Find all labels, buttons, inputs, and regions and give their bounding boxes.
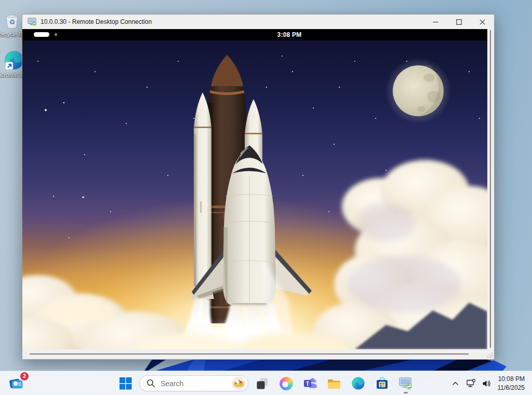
close-button[interactable] <box>471 15 494 29</box>
search-input[interactable] <box>161 379 223 388</box>
horizontal-scrollbar[interactable] <box>22 349 494 359</box>
search-box[interactable] <box>139 375 248 391</box>
edge-button[interactable] <box>348 373 368 394</box>
tray-chevron-button[interactable] <box>449 376 462 391</box>
vertical-scrollbar[interactable] <box>487 29 494 349</box>
desktop: ♻ Recycle Bin Microsoft Edge <box>0 0 532 395</box>
rdp-titlebar[interactable]: 10.0.0.30 - Remote Desktop Connection <box>22 15 494 29</box>
volume-tray-button[interactable] <box>480 376 494 391</box>
svg-text:♻: ♻ <box>9 18 15 26</box>
taskbar: 2 <box>0 371 532 395</box>
task-view-button[interactable] <box>252 373 272 394</box>
remote-clock: 3:08 PM <box>271 31 308 38</box>
remote-status-bar: 3:08 PM <box>22 29 487 40</box>
speaker-icon <box>482 379 491 388</box>
svg-text:T: T <box>305 381 309 387</box>
copilot-button[interactable] <box>276 373 296 394</box>
resize-grip[interactable] <box>487 352 493 358</box>
store-button[interactable] <box>372 373 392 394</box>
search-daily-image[interactable] <box>232 376 246 390</box>
teams-button[interactable]: T <box>300 373 320 394</box>
horizontal-scrollbar-thumb[interactable] <box>30 353 469 355</box>
rdp-window: 10.0.0.30 - Remote Desktop Connection 3:… <box>22 14 495 360</box>
tray-clock[interactable]: 10:08 PM 11/6/2025 <box>496 375 528 391</box>
remote-session-view[interactable]: 3:08 PM <box>22 29 487 349</box>
folder-icon <box>327 376 341 391</box>
edge-icon <box>351 376 365 390</box>
running-indicator <box>404 392 408 393</box>
search-icon <box>147 379 155 388</box>
network-icon <box>467 379 476 388</box>
task-view-icon <box>256 377 269 390</box>
window-title: 10.0.0.30 - Remote Desktop Connection <box>41 18 152 25</box>
remote-desktop-taskbar-button[interactable] <box>396 373 416 394</box>
edge-icon <box>4 50 24 71</box>
remote-desktop-icon <box>28 18 37 26</box>
network-tray-button[interactable] <box>464 376 478 391</box>
start-button[interactable] <box>115 373 135 394</box>
remote-wallpaper-shuttle <box>22 40 487 349</box>
store-icon <box>375 376 389 390</box>
minimize-button[interactable] <box>424 15 447 29</box>
remote-status-dot <box>55 33 57 36</box>
remote-desktop-icon <box>398 377 413 390</box>
tray-time: 10:08 PM <box>498 375 525 383</box>
remote-status-pill <box>34 32 49 37</box>
taskbar-chat-button[interactable]: 2 <box>7 375 25 392</box>
notification-badge: 2 <box>20 372 29 380</box>
file-explorer-button[interactable] <box>324 373 344 394</box>
vertical-scrollbar-thumb[interactable] <box>490 30 491 348</box>
tray-date: 11/6/2025 <box>498 384 525 392</box>
teams-icon: T <box>303 376 317 390</box>
chevron-up-icon <box>452 382 459 386</box>
recycle-bin-icon: ♻ <box>3 11 21 30</box>
copilot-icon <box>280 377 293 390</box>
windows-start-icon <box>119 377 132 390</box>
maximize-button[interactable] <box>447 15 471 29</box>
